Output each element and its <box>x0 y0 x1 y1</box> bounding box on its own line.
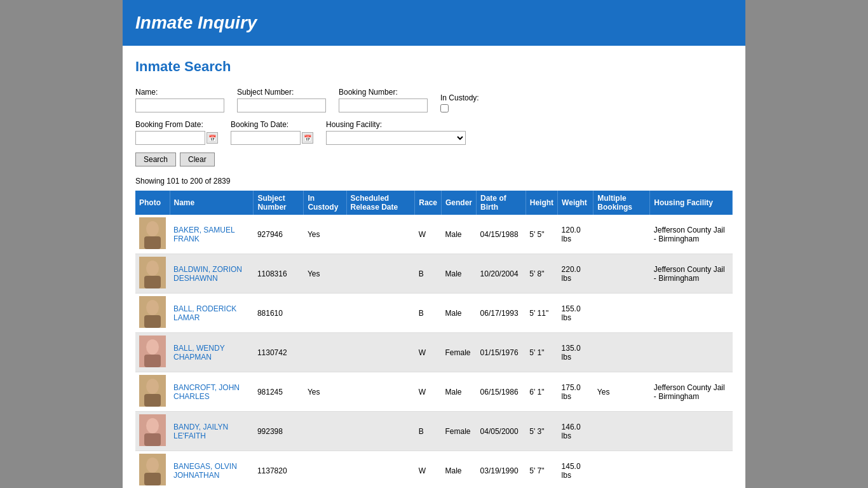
multiple-bookings-cell <box>593 333 650 372</box>
housing-facility-group: Housing Facility: <box>326 120 466 145</box>
gender-cell: Male <box>442 215 477 254</box>
in-custody-cell: Yes <box>304 254 346 294</box>
svg-rect-14 <box>144 394 161 407</box>
svg-point-1 <box>146 221 159 236</box>
booking-number-input[interactable] <box>339 98 428 112</box>
page-title: Inmate Search <box>135 58 733 75</box>
dob-cell: 03/19/1990 <box>477 451 526 489</box>
name-cell[interactable]: BALL, WENDY CHAPMAN <box>170 333 254 372</box>
booking-to-date-group: Booking To Date: 📅 <box>231 120 313 145</box>
inmate-name-link[interactable]: BANCROFT, JOHN CHARLES <box>173 383 240 401</box>
photo-cell <box>135 451 170 489</box>
name-field-group: Name: <box>135 88 224 112</box>
height-cell: 6' 1" <box>526 372 557 412</box>
inmate-name-link[interactable]: BALDWIN, ZORION DESHAWNN <box>173 265 242 283</box>
col-name: Name <box>170 191 254 215</box>
name-cell[interactable]: BALL, RODERICK LAMAR <box>170 294 254 333</box>
weight-cell: 175.0 lbs <box>558 372 593 412</box>
race-cell: W <box>415 372 442 412</box>
multiple-bookings-cell <box>593 412 650 451</box>
gender-cell: Female <box>442 333 477 372</box>
booking-from-date-label: Booking From Date: <box>135 120 203 129</box>
col-subject-number: Subject Number <box>254 191 304 215</box>
photo-cell <box>135 412 170 451</box>
in-custody-group: In Custody: <box>440 93 479 112</box>
svg-point-7 <box>146 300 159 315</box>
name-cell[interactable]: BALDWIN, ZORION DESHAWNN <box>170 254 254 294</box>
in-custody-cell: Yes <box>304 215 346 254</box>
table-row: BALDWIN, ZORION DESHAWNN1108316YesBMale1… <box>135 254 733 294</box>
inmate-photo <box>139 454 166 485</box>
app-title: Inmate Inquiry <box>135 13 733 33</box>
housing-facility-cell: Jefferson County Jail - Birmingham <box>650 254 733 294</box>
inmate-name-link[interactable]: BAKER, SAMUEL FRANK <box>173 226 234 243</box>
inmate-name-link[interactable]: BALL, RODERICK LAMAR <box>173 304 236 322</box>
multiple-bookings-cell <box>593 254 650 294</box>
inmate-photo <box>139 375 166 407</box>
inmate-name-link[interactable]: BANDY, JAILYN LE'FAITH <box>173 423 228 440</box>
multiple-bookings-cell <box>593 451 650 489</box>
gender-cell: Male <box>442 372 477 412</box>
booking-number-label: Booking Number: <box>339 88 428 97</box>
subject-number-cell: 981245 <box>254 372 304 412</box>
race-cell: W <box>415 451 442 489</box>
booking-from-date-input[interactable] <box>135 131 205 145</box>
height-cell: 5' 11" <box>526 294 557 333</box>
svg-rect-2 <box>144 236 161 249</box>
col-in-custody: In Custody <box>304 191 346 215</box>
photo-cell <box>135 294 170 333</box>
scheduled-release-cell <box>346 215 415 254</box>
dob-cell: 06/15/1986 <box>477 372 526 412</box>
in-custody-cell <box>304 451 346 489</box>
in-custody-cell <box>304 333 346 372</box>
in-custody-checkbox[interactable] <box>440 104 449 112</box>
race-cell: W <box>415 215 442 254</box>
svg-rect-5 <box>144 276 161 288</box>
booking-from-date-calendar-icon[interactable]: 📅 <box>207 132 218 144</box>
col-gender: Gender <box>442 191 477 215</box>
height-cell: 5' 3" <box>526 412 557 451</box>
dob-cell: 04/15/1988 <box>477 215 526 254</box>
weight-cell: 155.0 lbs <box>558 294 593 333</box>
search-button[interactable]: Search <box>135 152 176 166</box>
subject-number-input[interactable] <box>237 98 326 112</box>
inmate-table: Photo Name Subject Number In Custody Sch… <box>135 191 733 488</box>
inmate-photo <box>139 414 166 446</box>
name-cell[interactable]: BANEGAS, OLVIN JOHNATHAN <box>170 451 254 489</box>
weight-cell: 135.0 lbs <box>558 333 593 372</box>
inmate-photo <box>139 336 166 367</box>
housing-facility-select[interactable] <box>326 131 466 145</box>
height-cell: 5' 7" <box>526 451 557 489</box>
svg-point-19 <box>146 458 159 473</box>
page-header: Inmate Inquiry <box>123 0 745 46</box>
table-header-row: Photo Name Subject Number In Custody Sch… <box>135 191 733 215</box>
multiple-bookings-cell <box>593 294 650 333</box>
name-cell[interactable]: BANCROFT, JOHN CHARLES <box>170 372 254 412</box>
booking-from-date-group: Booking From Date: 📅 <box>135 120 218 145</box>
scheduled-release-cell <box>346 333 415 372</box>
booking-to-date-input[interactable] <box>231 131 301 145</box>
photo-cell <box>135 215 170 254</box>
multiple-bookings-cell <box>593 215 650 254</box>
subject-number-cell: 927946 <box>254 215 304 254</box>
weight-cell: 145.0 lbs <box>558 451 593 489</box>
inmate-name-link[interactable]: BANEGAS, OLVIN JOHNATHAN <box>173 462 237 480</box>
name-cell[interactable]: BAKER, SAMUEL FRANK <box>170 215 254 254</box>
photo-cell <box>135 372 170 412</box>
inmate-name-link[interactable]: BALL, WENDY CHAPMAN <box>173 344 224 362</box>
weight-cell: 146.0 lbs <box>558 412 593 451</box>
col-height: Height <box>526 191 557 215</box>
dob-cell: 06/17/1993 <box>477 294 526 333</box>
svg-rect-20 <box>144 473 161 485</box>
in-custody-cell <box>304 412 346 451</box>
clear-button[interactable]: Clear <box>180 152 215 166</box>
subject-number-cell: 1137820 <box>254 451 304 489</box>
photo-cell <box>135 333 170 372</box>
col-housing-facility: Housing Facility <box>650 191 733 215</box>
booking-to-date-calendar-icon[interactable]: 📅 <box>302 132 313 144</box>
name-cell[interactable]: BANDY, JAILYN LE'FAITH <box>170 412 254 451</box>
table-row: BANDY, JAILYN LE'FAITH992398BFemale04/05… <box>135 412 733 451</box>
race-cell: B <box>415 294 442 333</box>
name-input[interactable] <box>135 98 224 112</box>
race-cell: W <box>415 333 442 372</box>
